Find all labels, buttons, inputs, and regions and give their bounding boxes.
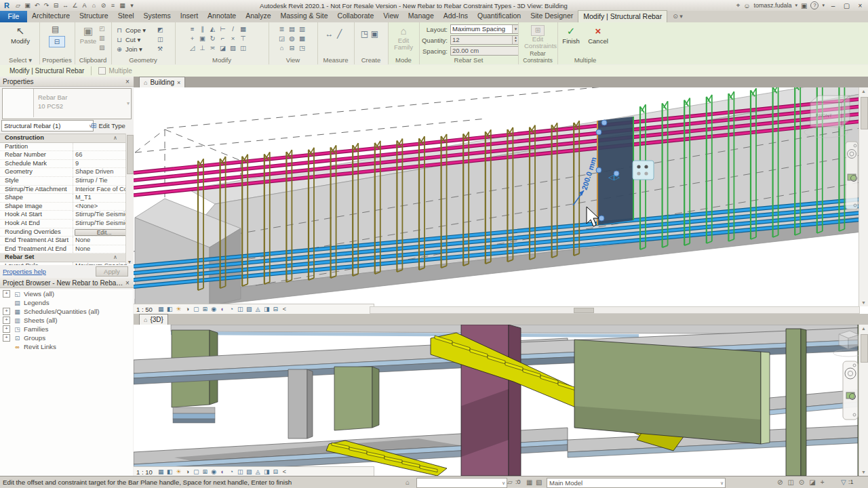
default-3d-icon[interactable]: ⌂ [277,43,287,53]
analytical-model-icon[interactable]: ◬ [254,306,262,312]
scroll-down-icon[interactable]: ▼ [859,470,868,474]
scale-button[interactable]: 1 : 10 [136,468,153,476]
hscroll-thumb[interactable] [574,308,594,313]
property-row[interactable]: Construction [0,134,134,143]
array-icon[interactable]: ▦ [238,24,248,34]
temporary-view-properties-icon[interactable]: ▧ [245,306,253,312]
expander-icon[interactable]: + [3,308,10,315]
paste-button[interactable]: ▣ Paste [75,25,102,45]
open-icon[interactable]: ▱ [14,2,22,9]
undo-icon[interactable]: ↶ [33,2,41,9]
measure-between-refs-icon[interactable]: ↔ [324,28,334,40]
finish-button[interactable]: ✓ Finish [557,25,585,45]
section-icon[interactable]: ⊘ [99,2,108,9]
paint-icon[interactable]: ◪ [218,43,228,53]
search-icon[interactable]: ⌖ [736,1,741,9]
spacing-field[interactable]: 20.00 cm [450,46,519,56]
properties-scrollbar[interactable]: ▼ [125,134,134,264]
scroll-down-icon[interactable]: ▼ [859,300,868,305]
text-icon[interactable]: A [80,2,89,9]
property-row[interactable]: Layout Rule Maximum Spacing [0,262,134,265]
property-row[interactable]: Hook At Start Stirrup/Tie Seismic - 1... [0,211,134,220]
lock-3d-icon[interactable]: ◉ [210,306,218,312]
navigation-bar-3d[interactable] [843,361,858,420]
element-filter-combobox[interactable]: Structural Rebar (1) ∨ [1,120,94,131]
scroll-down-icon[interactable]: ▼ [126,260,133,264]
reveal-hidden-icon[interactable]: ◔ [228,306,235,312]
mirror-icon[interactable]: ◭ [208,24,218,34]
browser-tree-item[interactable]: + ◱ Views (all) [0,289,133,298]
vertical-scrollbar-building[interactable]: ▲ ▼ [859,87,868,306]
split-icon[interactable]: / [228,24,238,34]
sun-path-icon[interactable]: ☀ [175,468,182,475]
type-selector[interactable]: Rebar Bar 10 PC52 ▾ [2,88,132,119]
revit-logo-icon[interactable]: R [0,1,14,9]
match-type-icon[interactable]: ≍ [208,43,218,53]
property-row[interactable]: Style Stirrup / Tie [0,177,134,186]
crop-view-icon[interactable]: ▢ [193,468,200,475]
geometry-tool[interactable]: ⊓ Cope ▾ [115,25,146,35]
edit-type-button[interactable]: ⊞ Edit Type [91,120,132,131]
ribbon-tab[interactable]: View [378,10,403,22]
panel-label-select[interactable]: Select ▾ [1,56,39,64]
vscroll-thumb[interactable] [861,334,868,363]
pin-icon[interactable]: ⊤ [238,34,248,43]
trim-icon[interactable]: ⌐ [218,34,228,43]
wall-opening-icon[interactable]: ◫ [238,43,248,53]
align-icon[interactable]: ≡ [187,24,197,34]
modify-tool-button[interactable]: ↖ Modify [7,25,34,45]
help-icon[interactable]: ? [810,1,818,9]
detail-level-icon[interactable]: ▦ [157,468,165,475]
ribbon-tab[interactable]: Site Designer [526,10,578,22]
ribbon-tab[interactable]: Quantification [473,10,526,22]
app-store-icon[interactable]: ▣ [801,2,807,9]
3d-view-canvas[interactable] [134,325,868,476]
worksets-icon[interactable]: ⌂ [406,479,410,486]
scale-icon[interactable]: ◿ [187,43,197,53]
property-row[interactable]: End Treatment At Start None [0,237,134,245]
ribbon-tab[interactable]: Annotate [203,10,241,22]
geometry-tool[interactable]: ⊕ Join ▾ [115,44,146,54]
browser-tree-item[interactable]: + ▥ Sheets (all) [0,316,133,325]
reveal-constraints-icon[interactable]: ⊟ [272,468,279,475]
cut-profile-icon[interactable]: ◲ [277,34,287,43]
collapse-icon[interactable]: < [281,468,288,475]
layout-combobox[interactable]: Maximum Spacing ▾ [450,24,519,34]
property-row[interactable]: Rebar Set [0,253,134,262]
worksharing-display-icon[interactable]: ◫ [237,306,244,312]
scrollbar-thumb[interactable] [127,135,134,174]
visual-style-icon[interactable]: ◧ [166,306,174,312]
restore-button[interactable]: ▢ [842,2,852,9]
callout-icon[interactable]: ◳ [297,43,307,53]
match-properties-icon[interactable]: ▨ [99,44,105,51]
vscroll-thumb[interactable] [861,97,868,129]
move-icon[interactable]: + [187,34,197,43]
geometry-tool[interactable]: ⊔ Cut ▾ [115,35,146,44]
render-gallery-icon[interactable]: ▦ [297,34,307,43]
create-similar-icon[interactable]: ◳ [359,28,370,40]
ribbon-tab[interactable]: Add-Ins [439,10,473,22]
ribbon-tab[interactable]: Analyze [241,10,275,22]
property-row[interactable]: Hook At End Stirrup/Tie Seismic - 1... [0,220,134,228]
ribbon-tab[interactable]: Massing & Site [276,10,333,22]
ribbon-tab[interactable]: Modify | Structural Rebar [578,10,667,22]
reveal-hidden-icon[interactable]: ◔ [228,468,235,475]
detail-level-icon[interactable]: ▦ [157,306,165,312]
edit-constraints-button[interactable]: ⊞ Edit Constraints [524,25,551,49]
rotate-icon[interactable]: ↻ [208,34,218,43]
temporary-hide-isolate-icon[interactable]: ◐ [219,306,226,312]
navigation-bar[interactable] [846,142,858,209]
property-row[interactable]: End Treatment At End None [0,245,134,254]
property-row[interactable]: Shape Image <None> [0,203,134,211]
ribbon-tab[interactable]: Steel [113,10,139,22]
property-row[interactable]: Rounding Overrides Edit... [0,228,134,237]
properties-header[interactable]: Properties × [0,77,134,87]
multiple-checkbox[interactable]: Multiple [98,67,132,75]
thin-lines-icon[interactable]: ≡ [108,2,117,9]
wall-join-icon[interactable]: ◫ [157,36,163,43]
view-tab-3d[interactable]: ⌂ {3D} [139,314,168,325]
close-browser-icon[interactable]: × [124,279,131,287]
offset-icon[interactable]: ∥ [197,24,208,34]
crop-region-icon[interactable]: ⊞ [201,468,209,475]
chevron-down-icon[interactable]: ▾ [795,3,798,8]
